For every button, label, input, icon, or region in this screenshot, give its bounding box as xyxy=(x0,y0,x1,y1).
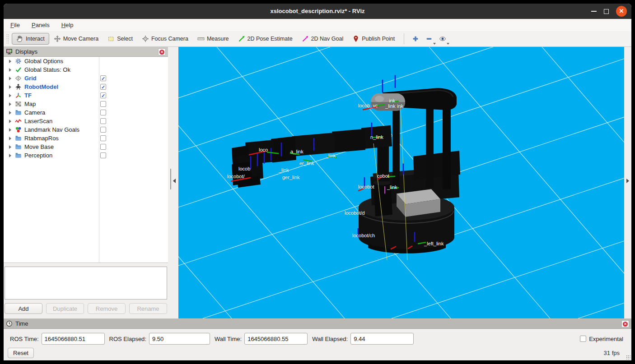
wall-elapsed-input[interactable] xyxy=(350,333,414,345)
add-button[interactable]: Add xyxy=(5,303,42,314)
tree-row-grid[interactable]: Grid xyxy=(4,74,168,83)
tool-bar: Interact Move Camera Select Focus Camera… xyxy=(4,31,631,47)
grid-icon xyxy=(15,75,22,82)
display-checkbox[interactable] xyxy=(100,75,106,81)
expander-icon[interactable] xyxy=(9,102,11,106)
tree-row-global-status[interactable]: Global Status: Ok xyxy=(4,65,168,74)
close-panel-button[interactable]: ✕ xyxy=(621,320,629,327)
title-bar[interactable]: xslocobot_description.rviz* - RViz ✕ xyxy=(4,4,631,19)
expander-icon[interactable] xyxy=(9,137,11,140)
displays-panel-title: Displays xyxy=(15,48,37,55)
experimental-checkbox[interactable] xyxy=(580,336,586,342)
render-viewport-3d[interactable]: locoa_link_linker_linklocob_linklocobot/… xyxy=(178,47,624,318)
robot-icon xyxy=(15,83,22,90)
expander-icon[interactable] xyxy=(9,77,11,80)
wall-time-label: Wall Time: xyxy=(215,336,242,342)
close-panel-button[interactable]: ✕ xyxy=(158,48,166,55)
eye-icon xyxy=(439,35,446,42)
tree-row-rtabmapros[interactable]: RtabmapRos xyxy=(4,134,168,143)
expander-icon[interactable] xyxy=(9,94,11,97)
move-camera-tool-button[interactable]: Move Camera xyxy=(49,33,103,45)
measure-tool-button[interactable]: Measure xyxy=(193,33,233,45)
right-splitter[interactable] xyxy=(624,47,631,318)
nav-goal-tool-button[interactable]: 2D Nav Goal xyxy=(297,33,348,45)
publish-point-tool-button[interactable]: Publish Point xyxy=(348,33,399,45)
tree-row-landmark-nav-goals[interactable]: Landmark Nav Goals xyxy=(4,125,168,134)
tf-frame-label: _left_link xyxy=(424,241,444,246)
display-checkbox[interactable] xyxy=(100,110,106,115)
remove-button[interactable]: Remove xyxy=(88,303,126,314)
menu-panels[interactable]: Panels xyxy=(32,22,50,28)
magenta-arrow-icon xyxy=(302,35,309,42)
displays-panel: Displays ✕ Global Options Global Status:… xyxy=(4,47,168,318)
display-checkbox[interactable] xyxy=(100,152,106,158)
toolbar-grip[interactable] xyxy=(6,34,9,44)
tree-row-camera[interactable]: Camera xyxy=(4,108,168,117)
tree-row-perception[interactable]: Perception xyxy=(4,151,168,160)
tree-row-map[interactable]: Map xyxy=(4,100,168,108)
ros-elapsed-input[interactable] xyxy=(149,333,210,345)
expander-icon[interactable] xyxy=(9,85,11,89)
interact-tool-button[interactable]: Interact xyxy=(12,33,49,45)
tree-row-tf[interactable]: TF xyxy=(4,91,168,100)
display-checkbox[interactable] xyxy=(100,84,106,90)
left-splitter[interactable] xyxy=(168,47,178,318)
tree-row-robotmodel[interactable]: RobotModel xyxy=(4,83,168,91)
tf-frame-label: _link xyxy=(387,184,397,190)
close-icon[interactable]: ✕ xyxy=(616,6,627,17)
expander-icon[interactable] xyxy=(9,111,11,115)
selection-box-icon xyxy=(107,35,115,42)
focus-camera-tool-button[interactable]: Focus Camera xyxy=(137,33,193,45)
menu-file[interactable]: File xyxy=(10,22,20,28)
dropdown-caret-icon xyxy=(447,43,449,45)
add-tool-button[interactable] xyxy=(409,33,422,44)
tree-row-move-base[interactable]: Move Base xyxy=(4,143,168,151)
display-checkbox[interactable] xyxy=(100,135,106,141)
tf-frame-label: a_link xyxy=(290,149,303,154)
tf-frame-label: loco xyxy=(259,147,268,152)
close-icon: ✕ xyxy=(159,50,164,55)
expander-icon[interactable] xyxy=(9,128,11,132)
display-checkbox[interactable] xyxy=(100,118,106,124)
toolbar-separator xyxy=(404,33,404,44)
rename-button[interactable]: Rename xyxy=(129,303,167,314)
reset-button[interactable]: Reset xyxy=(8,348,34,358)
ros-time-label: ROS Time: xyxy=(10,336,39,342)
tf-frame-label: ger_link xyxy=(282,175,300,180)
select-tool-button[interactable]: Select xyxy=(103,33,137,45)
tf-frame-label: n_link xyxy=(370,134,383,140)
expander-icon[interactable] xyxy=(9,120,11,123)
displays-tree: Global Options Global Status: Ok Grid xyxy=(4,57,168,263)
expander-icon[interactable] xyxy=(9,60,11,63)
maximize-icon[interactable] xyxy=(604,9,609,14)
tree-row-laserscan[interactable]: LaserScan xyxy=(4,117,168,125)
duplicate-button[interactable]: Duplicate xyxy=(46,303,84,314)
minus-icon xyxy=(425,35,433,42)
display-checkbox[interactable] xyxy=(100,127,106,133)
display-checkbox[interactable] xyxy=(100,144,106,150)
display-checkbox[interactable] xyxy=(100,92,106,98)
window-title: xslocobot_description.rviz* - RViz xyxy=(4,4,631,19)
ros-time-input[interactable] xyxy=(42,333,105,345)
collapse-left-icon[interactable] xyxy=(173,179,176,183)
wall-time-input[interactable] xyxy=(244,333,308,345)
expander-icon[interactable] xyxy=(9,68,11,72)
tool-visibility-button[interactable] xyxy=(436,33,449,44)
expander-icon[interactable] xyxy=(9,154,11,157)
remove-tool-button[interactable] xyxy=(422,33,436,44)
expander-icon[interactable] xyxy=(9,145,11,149)
display-checkbox[interactable] xyxy=(100,101,106,107)
collapse-right-icon[interactable] xyxy=(626,179,629,183)
check-icon xyxy=(15,66,22,73)
tf-frame-label: locobot/ xyxy=(227,174,245,179)
time-panel-header[interactable]: Time ✕ xyxy=(4,319,631,329)
folder-icon xyxy=(15,143,22,150)
resize-grip[interactable] xyxy=(626,355,630,359)
menu-help[interactable]: Help xyxy=(61,22,74,28)
displays-panel-header[interactable]: Displays ✕ xyxy=(4,47,168,57)
minimize-icon[interactable] xyxy=(591,11,597,12)
robot-model xyxy=(232,88,460,253)
panel-splitter-handle[interactable] xyxy=(4,263,168,267)
tree-row-global-options[interactable]: Global Options xyxy=(4,57,168,65)
pose-estimate-tool-button[interactable]: 2D Pose Estimate xyxy=(233,33,297,45)
